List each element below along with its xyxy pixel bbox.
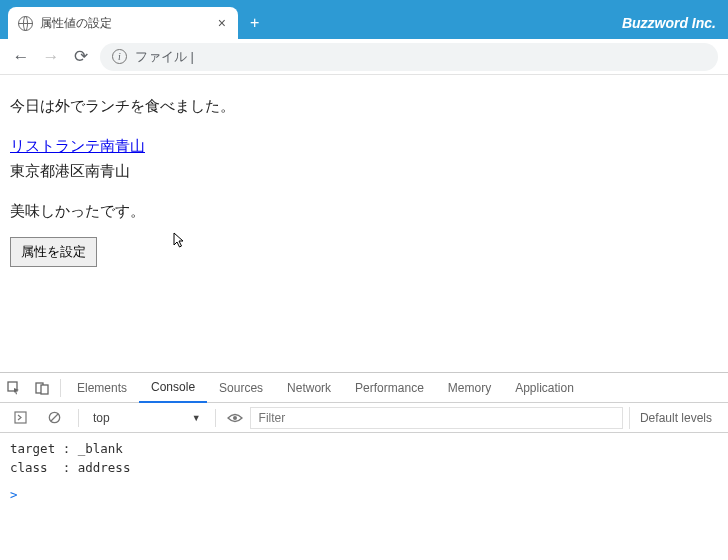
tab-network[interactable]: Network (275, 373, 343, 403)
live-expression-icon[interactable] (226, 412, 244, 424)
svg-point-6 (233, 416, 237, 420)
devtools-tabs: Elements Console Sources Network Perform… (0, 373, 728, 403)
cursor-icon (173, 232, 187, 250)
tab-elements[interactable]: Elements (65, 373, 139, 403)
restaurant-link[interactable]: リストランテ南青山 (10, 137, 145, 154)
reload-button[interactable]: ⟳ (70, 46, 92, 68)
address-text: 東京都港区南青山 (10, 158, 718, 184)
console-line: target : _blank (10, 439, 718, 458)
console-line: class : address (10, 458, 718, 477)
forward-button[interactable]: → (40, 46, 62, 68)
text-line-2: 美味しかったです。 (10, 198, 718, 224)
chevron-down-icon: ▼ (192, 413, 201, 423)
browser-titlebar: 属性値の設定 × + Buzzword Inc. (0, 0, 728, 39)
url-text: ファイル | (135, 48, 194, 66)
context-label: top (93, 411, 110, 425)
tab-performance[interactable]: Performance (343, 373, 436, 403)
browser-tab[interactable]: 属性値の設定 × (8, 7, 238, 39)
console-sidebar-icon[interactable] (6, 411, 34, 424)
filter-input[interactable] (250, 407, 623, 429)
set-attribute-button[interactable]: 属性を設定 (10, 237, 97, 267)
tab-title: 属性値の設定 (40, 15, 209, 32)
clear-console-icon[interactable] (40, 411, 68, 424)
page-content: 今日は外でランチを食べました。 リストランテ南青山 東京都港区南青山 美味しかっ… (0, 75, 728, 372)
new-tab-button[interactable]: + (250, 14, 259, 32)
address-bar[interactable]: i ファイル | (100, 43, 718, 71)
console-output: target : _blank class : address > (0, 433, 728, 560)
tab-memory[interactable]: Memory (436, 373, 503, 403)
tab-sources[interactable]: Sources (207, 373, 275, 403)
brand-label: Buzzword Inc. (622, 15, 716, 31)
tab-application[interactable]: Application (503, 373, 586, 403)
tab-console[interactable]: Console (139, 373, 207, 403)
console-toolbar: top ▼ Default levels (0, 403, 728, 433)
devtools-panel: Elements Console Sources Network Perform… (0, 372, 728, 560)
globe-icon (18, 16, 33, 31)
back-button[interactable]: ← (10, 46, 32, 68)
device-icon[interactable] (28, 381, 56, 395)
info-icon: i (112, 49, 127, 64)
svg-rect-2 (41, 385, 48, 394)
close-icon[interactable]: × (216, 15, 228, 31)
text-line-1: 今日は外でランチを食べました。 (10, 93, 718, 119)
context-selector[interactable]: top ▼ (89, 411, 205, 425)
browser-toolbar: ← → ⟳ i ファイル | (0, 39, 728, 75)
svg-line-5 (51, 414, 58, 421)
console-prompt[interactable]: > (10, 485, 718, 504)
inspect-icon[interactable] (0, 381, 28, 395)
log-levels[interactable]: Default levels (629, 407, 722, 429)
